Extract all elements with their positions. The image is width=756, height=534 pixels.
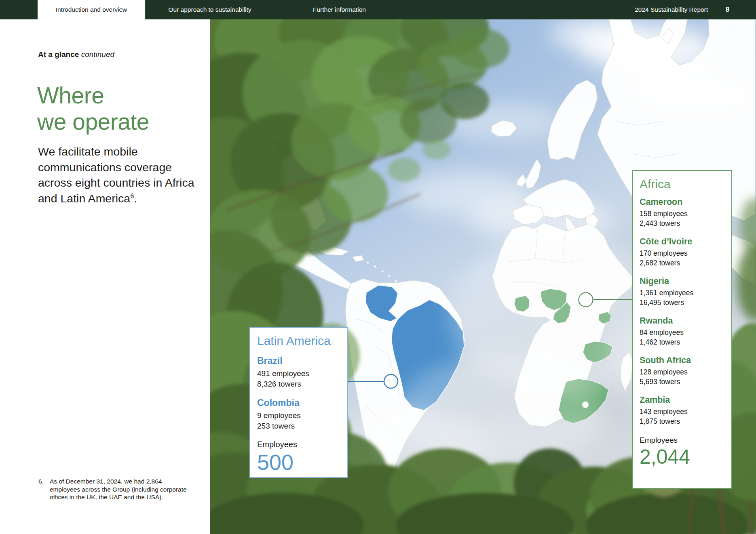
country-name: Côte d’Ivoire: [640, 236, 725, 247]
country-employees: 84 employees: [640, 328, 725, 338]
country-name: Nigeria: [640, 276, 725, 286]
country-name: Zambia: [640, 395, 725, 405]
country-towers: 2,443 towers: [640, 219, 725, 229]
country-name: Cameroon: [640, 197, 725, 207]
country-name: Rwanda: [640, 315, 725, 326]
world-map-photo: Latin America Brazil 491 employees 8,326…: [210, 19, 756, 534]
country-towers: 5,693 towers: [640, 377, 725, 387]
country-name: South Africa: [640, 355, 725, 366]
footnote-marker: 6.: [38, 477, 50, 501]
country-towers: 253 towers: [257, 421, 340, 431]
tab-introduction-and-overview[interactable]: Introduction and overview: [38, 0, 145, 19]
country-towers: 1,462 towers: [640, 338, 725, 347]
latin-america-info-box: Latin America Brazil 491 employees 8,326…: [249, 327, 348, 478]
region-title-latin-america: Latin America: [257, 334, 340, 348]
country-towers: 1,875 towers: [640, 417, 725, 427]
left-text-panel: At a glance continued Where we operate W…: [0, 19, 210, 534]
country-block-cameroon: Cameroon 158 employees 2,443 towers: [640, 197, 725, 228]
country-block-zambia: Zambia 143 employees 1,875 towers: [640, 395, 725, 426]
employees-total-label: Employees: [257, 440, 340, 449]
country-employees: 491 employees: [257, 368, 340, 379]
country-block-brazil: Brazil 491 employees 8,326 towers: [257, 355, 340, 389]
nav-right-group: 2024 Sustainability Report 8: [635, 0, 729, 19]
section-eyebrow: At a glance continued: [38, 50, 114, 59]
eyebrow-continued: continued: [81, 50, 114, 59]
country-block-nigeria: Nigeria 1,361 employees 16,495 towers: [640, 276, 725, 307]
country-employees: 9 employees: [257, 410, 340, 421]
eyebrow-title: At a glance: [38, 50, 79, 59]
report-title: 2024 Sustainability Report: [635, 6, 708, 13]
country-employees: 170 employees: [640, 249, 725, 259]
top-nav: Introduction and overview Our approach t…: [0, 0, 756, 19]
country-name: Colombia: [257, 397, 340, 408]
employees-total-value: 500: [257, 450, 340, 474]
tab-label: Introduction and overview: [56, 6, 127, 13]
tab-further-information[interactable]: Further information: [274, 0, 405, 19]
country-towers: 16,495 towers: [640, 298, 725, 308]
country-employees: 158 employees: [640, 209, 725, 219]
employees-total-value: 2,044: [640, 446, 725, 468]
country-block-south-africa: South Africa 128 employees 5,693 towers: [640, 355, 725, 387]
country-employees: 143 employees: [640, 407, 725, 417]
intro-paragraph: We facilitate mobile communications cove…: [38, 144, 200, 206]
country-block-colombia: Colombia 9 employees 253 towers: [257, 397, 340, 431]
country-name: Brazil: [257, 355, 340, 366]
country-employees: 1,361 employees: [640, 288, 725, 298]
footnote-reference: 6: [130, 192, 134, 200]
country-employees: 128 employees: [640, 368, 725, 377]
footnote-text: As of December 31, 2024, we had 2,864 em…: [50, 477, 192, 501]
employees-total-label: Employees: [640, 436, 725, 445]
footnote: 6. As of December 31, 2024, we had 2,864…: [38, 477, 193, 501]
country-towers: 2,682 towers: [640, 259, 725, 268]
tab-our-approach-to-sustainability[interactable]: Our approach to sustainability: [145, 0, 274, 19]
country-towers: 8,326 towers: [257, 379, 340, 389]
region-title-africa: Africa: [640, 177, 725, 191]
country-block-rwanda: Rwanda 84 employees 1,462 towers: [640, 315, 725, 347]
tab-label: Further information: [313, 6, 366, 13]
country-block-cote-divoire: Côte d’Ivoire 170 employees 2,682 towers: [640, 236, 725, 268]
page-title: Where we operate: [37, 82, 149, 135]
page-number: 8: [726, 6, 729, 13]
africa-info-box: Africa Cameroon 158 employees 2,443 towe…: [632, 170, 732, 489]
report-page: Introduction and overview Our approach t…: [0, 0, 756, 534]
tab-label: Our approach to sustainability: [168, 6, 251, 13]
